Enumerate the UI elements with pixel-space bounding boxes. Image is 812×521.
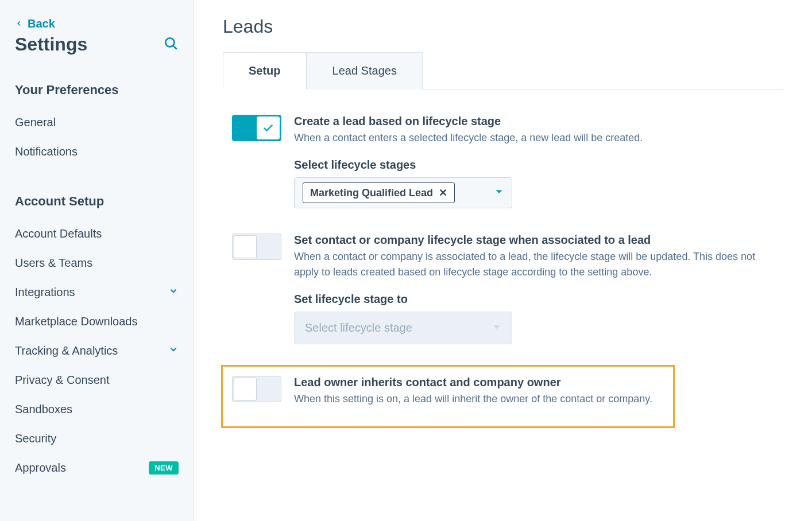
settings-sidebar: Back Settings Your Preferences General N… xyxy=(0,0,194,521)
toggle-create-lead[interactable] xyxy=(232,115,281,141)
sidebar-item-label: Account Defaults xyxy=(15,227,102,240)
chevron-left-icon xyxy=(15,17,23,30)
field-label: Select lifecycle stages xyxy=(294,158,774,172)
sidebar-item-marketplace-downloads[interactable]: Marketplace Downloads xyxy=(15,307,179,336)
sidebar-item-integrations[interactable]: Integrations xyxy=(15,278,179,307)
sidebar-item-label: Security xyxy=(15,432,56,445)
sidebar-item-account-defaults[interactable]: Account Defaults xyxy=(15,219,179,248)
tab-lead-stages[interactable]: Lead Stages xyxy=(307,52,423,90)
search-button[interactable] xyxy=(164,36,179,53)
svg-marker-2 xyxy=(496,190,502,193)
field-label: Set lifecycle stage to xyxy=(294,293,774,306)
back-link[interactable]: Back xyxy=(15,17,55,30)
sidebar-item-label: Marketplace Downloads xyxy=(15,315,137,328)
svg-point-0 xyxy=(165,38,174,46)
setting-set-stage: Set contact or company lifecycle stage w… xyxy=(223,229,783,365)
lifecycle-stages-multiselect[interactable]: Marketing Qualified Lead ✕ xyxy=(294,177,512,208)
sidebar-item-label: Sandboxes xyxy=(15,403,72,416)
toggle-knob xyxy=(257,116,280,139)
caret-down-icon xyxy=(492,322,501,334)
svg-marker-3 xyxy=(494,325,500,329)
caret-down-icon xyxy=(494,187,504,199)
sidebar-item-label: Notifications xyxy=(15,145,78,158)
check-icon xyxy=(262,122,274,134)
sidebar-item-tracking-analytics[interactable]: Tracking & Analytics xyxy=(15,336,179,366)
svg-line-1 xyxy=(173,45,177,49)
sidebar-item-notifications[interactable]: Notifications xyxy=(15,137,179,166)
sidebar-item-sandboxes[interactable]: Sandboxes xyxy=(15,395,179,424)
toggle-knob xyxy=(234,378,257,401)
sidebar-item-label: Privacy & Consent xyxy=(15,374,110,387)
toggle-inherit-owner[interactable] xyxy=(232,376,281,402)
sidebar-item-label: Approvals xyxy=(15,461,66,475)
page-title: Leads xyxy=(223,16,783,37)
chip-label: Marketing Qualified Lead xyxy=(310,187,433,199)
setting-create-lead: Create a lead based on lifecycle stage W… xyxy=(223,110,783,229)
sidebar-item-approvals[interactable]: Approvals NEW xyxy=(15,453,179,483)
chevron-down-icon xyxy=(168,344,179,357)
setting-title: Lead owner inherits contact and company … xyxy=(294,376,664,389)
new-badge: NEW xyxy=(149,461,179,475)
chip-mql: Marketing Qualified Lead ✕ xyxy=(303,182,455,203)
tabs: Setup Lead Stages xyxy=(223,52,783,90)
sidebar-item-privacy-consent[interactable]: Privacy & Consent xyxy=(15,366,179,395)
tab-label: Lead Stages xyxy=(332,64,397,77)
search-icon xyxy=(164,36,179,51)
chip-remove-icon[interactable]: ✕ xyxy=(439,186,447,199)
lifecycle-stage-select[interactable]: Select lifecycle stage xyxy=(294,312,512,344)
sidebar-item-users-teams[interactable]: Users & Teams xyxy=(15,248,179,278)
setting-title: Create a lead based on lifecycle stage xyxy=(294,115,774,128)
setting-inherit-owner: Lead owner inherits contact and company … xyxy=(221,365,675,428)
chevron-down-icon xyxy=(168,286,179,299)
sidebar-item-label: General xyxy=(15,116,56,129)
tab-label: Setup xyxy=(249,64,281,77)
main-content: Leads Setup Lead Stages Create a lead ba… xyxy=(194,0,812,521)
toggle-knob xyxy=(234,235,257,258)
section-account-setup: Account Setup xyxy=(15,194,179,209)
toggle-set-stage[interactable] xyxy=(232,234,281,260)
settings-title: Settings xyxy=(15,34,87,55)
tab-setup[interactable]: Setup xyxy=(223,52,307,90)
sidebar-item-label: Tracking & Analytics xyxy=(15,344,118,357)
sidebar-item-label: Users & Teams xyxy=(15,256,92,270)
setting-desc: When a contact or company is associated … xyxy=(294,249,774,280)
section-your-preferences: Your Preferences xyxy=(15,83,179,98)
select-placeholder: Select lifecycle stage xyxy=(305,321,412,335)
setting-title: Set contact or company lifecycle stage w… xyxy=(294,234,774,247)
setting-desc: When this setting is on, a lead will inh… xyxy=(294,391,664,407)
back-label: Back xyxy=(28,17,55,30)
sidebar-item-general[interactable]: General xyxy=(15,108,179,137)
sidebar-item-label: Integrations xyxy=(15,286,75,299)
sidebar-item-security[interactable]: Security xyxy=(15,424,179,453)
setting-desc: When a contact enters a selected lifecyc… xyxy=(294,130,774,146)
